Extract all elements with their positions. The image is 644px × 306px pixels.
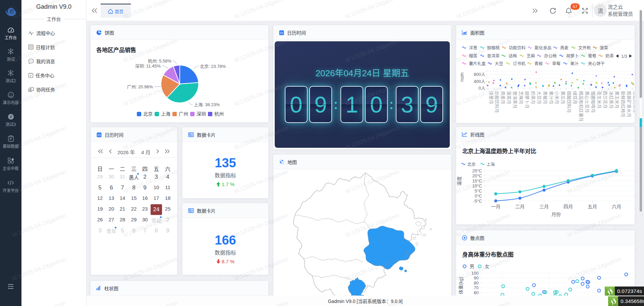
svg-text:北京: 23.78%: 北京: 23.78% bbox=[200, 64, 226, 69]
svg-text:深圳: 11.45%: 深圳: 11.45% bbox=[135, 63, 161, 69]
svg-text:25°C: 25°C bbox=[472, 168, 482, 173]
svg-text:一月: 一月 bbox=[491, 204, 500, 209]
svg-text:5°C: 5°C bbox=[475, 188, 482, 193]
svg-text:洋葱: 洋葱 bbox=[469, 45, 477, 50]
svg-text:薯片礼盒: 薯片礼盒 bbox=[469, 61, 486, 66]
svg-text:夹心饼干: 夹心饼干 bbox=[588, 61, 605, 66]
svg-text:普洱茶月: 普洱茶月 bbox=[513, 91, 518, 108]
svg-text:订书机: 订书机 bbox=[513, 61, 526, 66]
svg-text:广州: 20.96%: 广州: 20.96% bbox=[127, 84, 153, 89]
svg-text:新鲜西红柿月: 新鲜西红柿月 bbox=[621, 91, 626, 117]
svg-text:-5°C: -5°C bbox=[473, 199, 482, 204]
svg-text:num: num bbox=[459, 73, 465, 82]
svg-text:北京上海温度趋势上半年对比: 北京上海温度趋势上半年对比 bbox=[462, 148, 536, 155]
svg-text:1/3: 1/3 bbox=[621, 54, 627, 59]
svg-text:普洱茶: 普洱茶 bbox=[487, 53, 500, 58]
svg-text:四月: 四月 bbox=[564, 204, 573, 209]
svg-text:功能饮料: 功能饮料 bbox=[509, 46, 526, 50]
svg-text:西兰花月: 西兰花月 bbox=[603, 91, 608, 108]
svg-text:东北大米月: 东北大米月 bbox=[633, 91, 635, 113]
svg-text:奶茶: 奶茶 bbox=[605, 53, 614, 58]
svg-text:杭州: 5.58%: 杭州: 5.58% bbox=[148, 58, 172, 63]
svg-text:青椒月: 青椒月 bbox=[543, 91, 548, 104]
svg-text:猕猴桃: 猕猴桃 bbox=[487, 45, 500, 50]
svg-text:菠菜月: 菠菜月 bbox=[506, 91, 512, 104]
svg-text:800人: 800人 bbox=[474, 72, 485, 77]
svg-text:话梅: 话梅 bbox=[508, 53, 517, 58]
svg-text:广州: 广州 bbox=[179, 111, 188, 117]
svg-text:20°C: 20°C bbox=[472, 173, 482, 178]
svg-text:100: 100 bbox=[471, 271, 479, 276]
svg-text:洋葱月: 洋葱月 bbox=[489, 91, 494, 104]
svg-text:精品有机红薯月: 精品有机红薯月 bbox=[579, 91, 584, 122]
svg-text:六月: 六月 bbox=[612, 204, 621, 209]
svg-text:身高体重分布散点图: 身高体重分布散点图 bbox=[462, 251, 514, 258]
svg-text:燕麦月: 燕麦月 bbox=[500, 91, 505, 104]
svg-text:10°C: 10°C bbox=[472, 183, 482, 188]
svg-text:果汁月: 果汁月 bbox=[549, 91, 554, 104]
svg-text:0人: 0人 bbox=[479, 86, 485, 91]
svg-text:草莓: 草莓 bbox=[552, 61, 560, 66]
svg-text:15°C: 15°C bbox=[472, 178, 482, 183]
svg-text:瓶装矿泉水月: 瓶装矿泉水月 bbox=[627, 91, 632, 117]
svg-text:五月: 五月 bbox=[588, 204, 597, 209]
svg-text:80: 80 bbox=[474, 280, 479, 286]
svg-text:功能饮料月: 功能饮料月 bbox=[494, 91, 499, 113]
svg-text:冰红茶月: 冰红茶月 bbox=[609, 91, 614, 108]
svg-text:男: 男 bbox=[470, 264, 474, 269]
svg-text:现磨咖啡月: 现磨咖啡月 bbox=[591, 91, 596, 113]
svg-text:70: 70 bbox=[474, 285, 479, 290]
svg-text:胡萝卜月: 胡萝卜月 bbox=[525, 91, 530, 108]
svg-text:0°C: 0°C bbox=[475, 193, 482, 199]
svg-text:胡萝卜: 胡萝卜 bbox=[566, 54, 579, 58]
svg-text:大豆月: 大豆月 bbox=[537, 91, 542, 104]
svg-text:三月: 三月 bbox=[539, 204, 549, 209]
svg-text:60: 60 bbox=[474, 290, 479, 295]
svg-text:女: 女 bbox=[485, 264, 489, 269]
svg-text:杭州: 杭州 bbox=[214, 111, 224, 117]
svg-text:芝麻月: 芝麻月 bbox=[519, 91, 524, 104]
svg-text:绿豆月: 绿豆月 bbox=[573, 91, 578, 104]
svg-text:膨化食品: 膨化食品 bbox=[535, 45, 551, 50]
svg-text:黄心土豆月: 黄心土豆月 bbox=[585, 91, 590, 113]
svg-text:花生米月: 花生米月 bbox=[597, 91, 602, 108]
svg-text:深圳: 深圳 bbox=[197, 111, 206, 117]
svg-text:体重(kg): 体重(kg) bbox=[458, 277, 464, 294]
svg-text:400人: 400人 bbox=[474, 79, 485, 84]
svg-text:90: 90 bbox=[474, 275, 479, 280]
svg-text:办公椅: 办公椅 bbox=[544, 53, 557, 58]
svg-text:北京: 北京 bbox=[467, 162, 476, 167]
svg-text:二月: 二月 bbox=[515, 204, 525, 209]
svg-text:碳酸饮料月: 碳酸饮料月 bbox=[567, 91, 572, 113]
svg-text:奶茶月: 奶茶月 bbox=[531, 91, 536, 104]
svg-text:上海: 上海 bbox=[486, 162, 495, 167]
svg-text:黄玉米月: 黄玉米月 bbox=[614, 91, 620, 108]
svg-text:上海: 上海 bbox=[161, 111, 170, 117]
svg-text:小米月: 小米月 bbox=[554, 91, 559, 104]
svg-text:果汁: 果汁 bbox=[570, 61, 579, 66]
svg-text:榴莲: 榴莲 bbox=[469, 54, 478, 58]
svg-text:青椒: 青椒 bbox=[534, 61, 543, 66]
svg-text:文件柜: 文件柜 bbox=[578, 45, 591, 50]
svg-text:温度: 温度 bbox=[457, 176, 462, 186]
svg-text:黄瓜月: 黄瓜月 bbox=[560, 91, 566, 104]
svg-text:葡萄: 葡萄 bbox=[588, 54, 596, 58]
svg-text:菠菜: 菠菜 bbox=[600, 46, 608, 50]
svg-text:北京: 北京 bbox=[143, 111, 153, 117]
svg-text:月份: 月份 bbox=[551, 212, 561, 217]
svg-text:大豆: 大豆 bbox=[495, 61, 503, 66]
svg-text:芝麻: 芝麻 bbox=[527, 53, 535, 58]
svg-text:上海: 38.23%: 上海: 38.23% bbox=[194, 102, 220, 107]
svg-text:燕麦: 燕麦 bbox=[560, 46, 569, 50]
